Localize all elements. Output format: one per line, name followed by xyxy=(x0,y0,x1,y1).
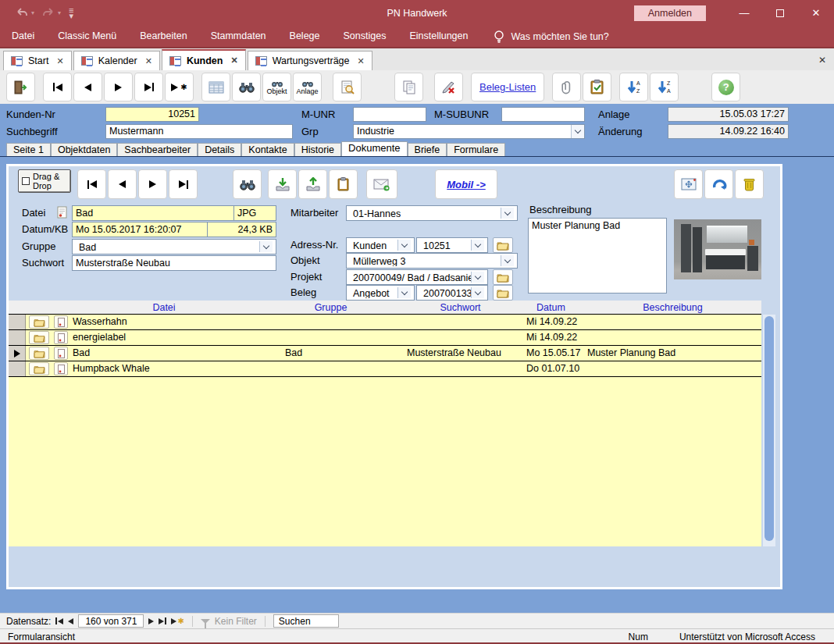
chevron-down-icon[interactable] xyxy=(501,208,514,219)
tab-objektdaten[interactable]: Objektdaten xyxy=(51,143,117,156)
beleg-typ-combo[interactable]: Angebot xyxy=(346,285,415,301)
tab-seite1[interactable]: Seite 1 xyxy=(6,143,51,156)
objekt-combo[interactable]: Müllerweg 3 xyxy=(346,253,518,269)
file-icon[interactable] xyxy=(54,331,68,344)
doc-last-button[interactable] xyxy=(169,169,198,199)
beschreibung-field[interactable]: Muster Planung Bad xyxy=(528,218,667,294)
row-selector[interactable] xyxy=(9,315,26,329)
new-record-button[interactable]: ✱ xyxy=(165,73,194,101)
menu-datei[interactable]: Datei xyxy=(0,26,46,47)
chevron-down-icon[interactable] xyxy=(397,240,411,251)
file-icon[interactable] xyxy=(54,347,68,360)
projekt-folder-button[interactable] xyxy=(493,269,513,285)
rec-new-button[interactable]: ✱ xyxy=(171,617,184,625)
beleg-nr-combo[interactable]: 200700133 xyxy=(416,285,488,301)
tab-briefe[interactable]: Briefe xyxy=(408,143,447,156)
chevron-down-icon[interactable] xyxy=(471,272,484,283)
close-button[interactable]: ✕ xyxy=(798,0,834,26)
menu-einstellungen[interactable]: Einstellungen xyxy=(397,26,479,47)
menu-sonstiges[interactable]: Sonstiges xyxy=(332,26,398,47)
m-unr-field[interactable] xyxy=(353,107,426,122)
datasheet-view-button[interactable] xyxy=(201,73,230,101)
tab-kunden-close-icon[interactable]: ✕ xyxy=(228,55,237,66)
record-position-box[interactable]: 160 von 371 xyxy=(78,614,144,628)
doc-export-button[interactable] xyxy=(298,169,327,199)
col-gruppe[interactable]: Gruppe xyxy=(258,301,403,315)
suchbegriff-field[interactable]: Mustermann xyxy=(105,124,293,139)
delete-document-button[interactable] xyxy=(735,169,764,199)
next-record-button[interactable] xyxy=(104,73,133,101)
exit-button[interactable] xyxy=(6,73,35,101)
fit-view-button[interactable] xyxy=(674,169,703,199)
rec-last-button[interactable] xyxy=(159,617,166,624)
col-datum[interactable]: Datum xyxy=(518,301,584,315)
datei-field[interactable]: Bad JPG xyxy=(72,205,276,221)
sort-descending-button[interactable]: ZA xyxy=(650,73,679,101)
record-search-input[interactable]: Suchen xyxy=(273,614,339,628)
menu-classic-menu[interactable]: Classic Menü xyxy=(46,26,128,47)
document-file-icon[interactable] xyxy=(57,206,67,219)
open-folder-button[interactable] xyxy=(29,331,49,344)
adress-folder-button[interactable] xyxy=(493,237,513,253)
maximize-button[interactable] xyxy=(762,0,798,26)
previous-record-button[interactable] xyxy=(73,73,102,101)
rec-next-button[interactable] xyxy=(148,618,154,624)
delete-button[interactable] xyxy=(434,73,463,101)
drag-drop-checkbox[interactable] xyxy=(22,177,30,185)
tabbar-close-icon[interactable]: ✕ xyxy=(818,55,826,66)
table-scrollbar[interactable] xyxy=(763,315,775,546)
row-selector-current[interactable] xyxy=(9,346,26,361)
col-datei[interactable]: Datei xyxy=(70,301,258,315)
kunden-nr-field[interactable]: 10251 xyxy=(105,107,199,122)
filter-state-label[interactable]: Kein Filter xyxy=(215,616,257,627)
chevron-down-icon[interactable] xyxy=(259,241,273,252)
tasks-button[interactable] xyxy=(583,73,611,101)
m-subunr-field[interactable] xyxy=(501,107,585,122)
table-row[interactable]: energielabel Mi 14.09.22 xyxy=(9,330,761,346)
tab-formulare[interactable]: Formulare xyxy=(447,143,505,156)
col-beschreibung[interactable]: Beschreibung xyxy=(584,301,761,315)
table-row-selected[interactable]: Bad Bad Musterstraße Neubau Mo 15.05.17 … xyxy=(9,346,761,361)
doc-import-button[interactable] xyxy=(268,169,297,199)
search-button[interactable] xyxy=(232,73,261,101)
grp-combo[interactable]: Industrie xyxy=(353,124,585,139)
help-button[interactable]: ? xyxy=(711,73,740,101)
adress-typ-combo[interactable]: Kunden xyxy=(346,237,415,253)
adress-nr-combo[interactable]: 10251 xyxy=(416,237,488,253)
file-icon[interactable] xyxy=(54,315,68,329)
suchwort-field[interactable]: Musterstraße Neubau xyxy=(72,255,276,271)
drag-drop-toggle[interactable]: Drag &Drop xyxy=(18,169,71,193)
first-record-button[interactable] xyxy=(43,73,72,101)
anmelden-button[interactable]: Anmelden xyxy=(634,5,706,21)
beleg-listen-button[interactable]: Beleg-Listen xyxy=(471,73,544,101)
open-folder-button[interactable] xyxy=(29,362,49,375)
doc-next-button[interactable] xyxy=(138,169,167,199)
last-record-button[interactable] xyxy=(134,73,163,101)
row-selector[interactable] xyxy=(9,330,26,345)
redo-dropdown-icon[interactable]: ▾ xyxy=(58,9,61,16)
open-folder-button[interactable] xyxy=(29,315,49,329)
chevron-down-icon[interactable] xyxy=(571,125,584,138)
document-preview-image[interactable] xyxy=(674,219,761,279)
file-icon[interactable] xyxy=(54,362,68,375)
undo-icon[interactable] xyxy=(16,8,28,19)
open-folder-button[interactable] xyxy=(29,347,49,360)
row-selector[interactable] xyxy=(9,361,26,376)
customize-toolbar-icon[interactable]: ≡▾ xyxy=(69,8,74,19)
tell-me-box[interactable]: Was möchten Sie tun? xyxy=(494,30,608,44)
menu-stammdaten[interactable]: Stammdaten xyxy=(199,26,278,47)
doc-search-button[interactable] xyxy=(233,169,262,199)
sort-ascending-button[interactable]: AZ xyxy=(619,73,648,101)
redo-icon[interactable] xyxy=(42,8,55,19)
chevron-down-icon[interactable] xyxy=(397,287,411,298)
tab-start-close-icon[interactable]: ✕ xyxy=(54,56,63,66)
search-objekt-button[interactable]: Objekt xyxy=(262,73,291,101)
scrollbar-thumb[interactable] xyxy=(764,316,774,541)
tab-kontakte[interactable]: Kontakte xyxy=(241,143,294,156)
copy-button[interactable] xyxy=(394,73,423,101)
menu-bearbeiten[interactable]: Bearbeiten xyxy=(128,26,198,47)
tab-wartungsvertraege-close-icon[interactable]: ✕ xyxy=(355,56,365,66)
rotate-button[interactable] xyxy=(704,169,733,199)
chevron-down-icon[interactable] xyxy=(471,240,484,251)
doc-first-button[interactable] xyxy=(77,169,106,199)
